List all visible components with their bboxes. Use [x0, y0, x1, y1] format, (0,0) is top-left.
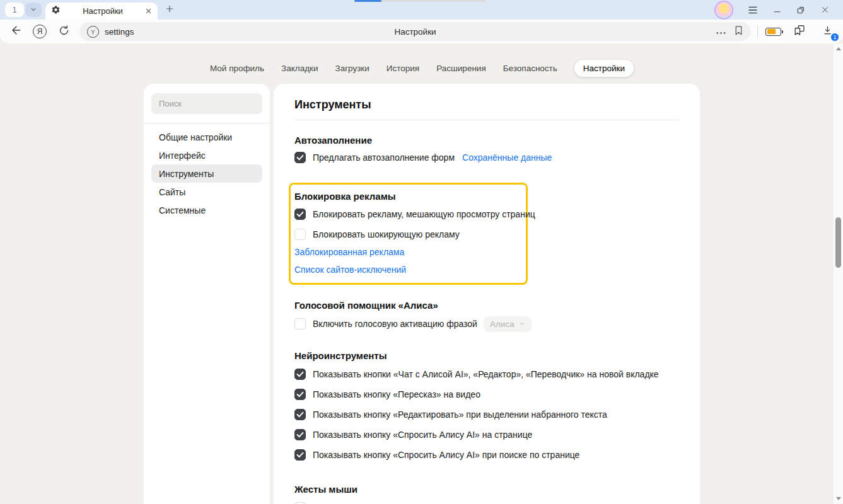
tab-title: Настройки — [61, 6, 145, 16]
address-bar[interactable]: settings Настройки — [79, 22, 751, 41]
profile-avatar[interactable] — [716, 2, 732, 18]
more-options-icon[interactable] — [716, 26, 726, 37]
adblock-highlighted-section: Блокировка рекламы Блокировать рекламу, … — [289, 183, 528, 285]
neuro-ask-page-label: Показывать кнопку «Спросить Алису AI» на… — [313, 430, 532, 440]
settings-nav-tabs: Мой профиль Закладки Загрузки История Ра… — [144, 59, 700, 77]
nav-tab-history[interactable]: История — [387, 64, 419, 73]
tab-count-badge[interactable]: 1 — [5, 3, 24, 17]
nav-tab-security[interactable]: Безопасность — [503, 64, 557, 73]
block-annoying-ads-label: Блокировать рекламу, мешающую просмотру … — [313, 209, 535, 219]
nav-tab-bookmarks[interactable]: Закладки — [281, 64, 318, 73]
neuro-row-ask-page: Показывать кнопку «Спросить Алису AI» на… — [294, 426, 679, 444]
voice-activation-label: Включить голосовую активацию фразой — [313, 319, 477, 329]
settings-content: Инструменты Автозаполнение Предлагать ав… — [274, 84, 700, 504]
plus-icon — [165, 4, 174, 16]
battery-cap — [782, 30, 784, 33]
sidebar-item-sites[interactable]: Сайты — [151, 183, 262, 201]
active-tab[interactable]: Настройки — [45, 3, 158, 20]
tab-list-chevron-button[interactable] — [25, 3, 42, 17]
section-gestures-heading: Жесты мыши — [294, 484, 679, 495]
sidebar-item-interface[interactable]: Интерфейс — [151, 146, 262, 164]
collections-button[interactable] — [791, 23, 808, 40]
section-alice-heading: Голосовой помощник «Алиса» — [294, 300, 679, 311]
chevron-down-icon — [30, 4, 37, 16]
neuro-newtab-checkbox[interactable] — [294, 369, 306, 380]
neuro-edit-label: Показывать кнопку «Редактировать» при вы… — [313, 410, 607, 420]
sidebar-item-label: Общие настройки — [159, 132, 232, 142]
refresh-button[interactable] — [55, 23, 72, 40]
alice-row: Включить голосовую активацию фразой Алис… — [294, 315, 679, 333]
nav-tab-downloads[interactable]: Загрузки — [335, 64, 369, 73]
neuro-row-video: Показывать кнопку «Пересказ» на видео — [294, 386, 679, 403]
tabstrip-scrollbar-thumb[interactable] — [354, 0, 381, 2]
battery-saver-icon[interactable] — [765, 28, 781, 36]
sidebar-item-label: Инструменты — [159, 169, 214, 179]
minimize-button[interactable] — [765, 0, 789, 20]
section-neuro-heading: Нейроинструменты — [294, 350, 679, 362]
bookmark-icon[interactable] — [734, 25, 743, 38]
scroll-up-arrow-icon[interactable] — [836, 47, 841, 50]
activation-phrase-value: Алиса — [490, 319, 515, 329]
yandex-home-button[interactable]: Я — [32, 23, 48, 40]
sidebar-list: Общие настройки Интерфейс Инструменты Са… — [144, 128, 270, 219]
minimize-icon — [773, 6, 781, 14]
toolbar-divider — [757, 25, 758, 38]
gear-icon — [51, 5, 61, 17]
block-shocking-ads-checkbox[interactable] — [294, 229, 306, 240]
autofill-row: Предлагать автозаполнение форм Сохранённ… — [294, 149, 679, 166]
battery-fill — [767, 29, 776, 34]
neuro-video-label: Показывать кнопку «Пересказ» на видео — [313, 389, 480, 399]
neuro-edit-checkbox[interactable] — [294, 409, 306, 420]
chevron-down-icon — [519, 319, 525, 329]
address-bar-url[interactable]: settings — [105, 27, 134, 37]
browser-toolbar: Я settings Настройки 1 — [0, 20, 843, 43]
site-exceptions-link[interactable]: Список сайтов-исключений — [294, 265, 406, 275]
scroll-down-arrow-icon[interactable] — [836, 497, 841, 500]
adblock-row-annoying: Блокировать рекламу, мешающую просмотру … — [294, 205, 520, 222]
nav-tab-extensions[interactable]: Расширения — [436, 64, 486, 73]
page-title: Инструменты — [294, 98, 679, 112]
blocked-ads-link[interactable]: Заблокированная реклама — [294, 247, 404, 257]
close-window-button[interactable] — [813, 0, 837, 20]
sidebar-item-general[interactable]: Общие настройки — [151, 128, 262, 146]
neuro-ask-page-checkbox[interactable] — [294, 429, 306, 440]
autofill-checkbox[interactable] — [294, 152, 306, 163]
back-button[interactable] — [8, 23, 24, 40]
restore-button[interactable] — [789, 0, 813, 20]
neuro-row-newtab: Показывать кнопки «Чат с Алисой AI», «Ре… — [294, 365, 679, 383]
tabstrip-scrollbar[interactable] — [354, 0, 485, 2]
restore-icon — [796, 6, 805, 14]
neuro-ask-search-checkbox[interactable] — [294, 449, 306, 461]
autofill-checkbox-label: Предлагать автозаполнение форм — [313, 152, 455, 163]
neuro-video-checkbox[interactable] — [294, 389, 306, 400]
sidebar-item-system[interactable]: Системные — [151, 201, 262, 219]
back-arrow-icon — [9, 24, 22, 39]
sidebar-item-label: Системные — [159, 205, 206, 215]
nav-tab-profile[interactable]: Мой профиль — [210, 64, 264, 73]
section-autofill-heading: Автозаполнение — [294, 135, 679, 146]
browser-menu-button[interactable] — [741, 0, 765, 20]
scrollbar-thumb[interactable] — [835, 217, 841, 268]
new-tab-button[interactable] — [161, 3, 178, 17]
page-scrollbar[interactable] — [834, 43, 843, 504]
settings-sidebar: Общие настройки Интерфейс Инструменты Са… — [144, 84, 270, 504]
block-annoying-ads-checkbox[interactable] — [294, 209, 306, 220]
downloads-button[interactable]: 1 — [819, 23, 835, 40]
sidebar-item-label: Сайты — [159, 187, 185, 197]
protect-icon — [87, 26, 99, 38]
browser-window: 1 Настройки — [0, 0, 843, 504]
gestures-row: Включить Настройки жестов — [294, 499, 679, 504]
tab-close-icon[interactable] — [145, 6, 152, 17]
saved-data-link[interactable]: Сохранённые данные — [462, 152, 552, 163]
refresh-icon — [58, 25, 70, 39]
nav-tab-settings[interactable]: Настройки — [574, 60, 634, 77]
window-controls — [716, 0, 837, 20]
activation-phrase-dropdown[interactable]: Алиса — [484, 316, 532, 332]
sidebar-divider — [144, 123, 270, 123]
search-input[interactable] — [151, 93, 262, 114]
voice-activation-checkbox[interactable] — [294, 318, 306, 329]
content-divider — [294, 120, 679, 120]
tab-counter[interactable]: 1 — [5, 3, 42, 17]
sidebar-item-tools[interactable]: Инструменты — [151, 164, 262, 183]
tab-strip: 1 Настройки — [0, 0, 843, 20]
